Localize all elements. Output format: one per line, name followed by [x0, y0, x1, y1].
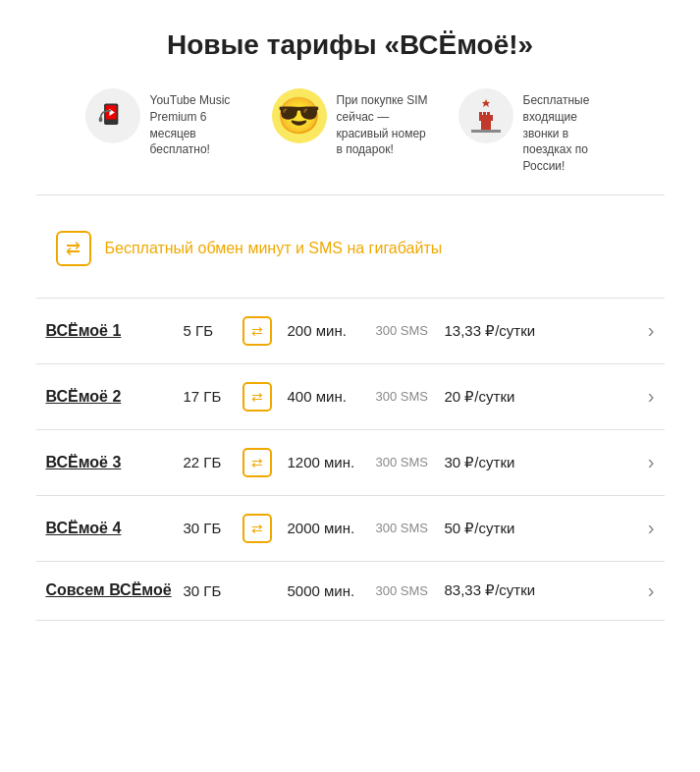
tariff-exchange-icon: ⇄ [242, 316, 272, 346]
tariff-exchange-icon: ⇄ [242, 514, 272, 543]
tariff-gb: 17 ГБ [184, 388, 242, 405]
tariff-name: ВСЁмоё 1 [46, 322, 184, 340]
tariff-arrow-icon: › [648, 319, 655, 342]
tariff-gb: 30 ГБ [184, 520, 242, 536]
tariff-sms: 300 SMS [376, 521, 445, 535]
emoji-icon: 😎 [272, 88, 327, 143]
tariff-gb: 30 ГБ [184, 582, 242, 599]
tariff-row[interactable]: ВСЁмоё 2 17 ГБ ⇄ 400 мин. 300 SMS 20 ₽/с… [36, 364, 665, 430]
tariff-sms: 300 SMS [376, 323, 445, 338]
tariff-sms: 300 SMS [376, 583, 445, 598]
tariff-name: Совсем ВСЁмоё [46, 581, 184, 599]
svg-rect-9 [483, 112, 486, 116]
svg-rect-13 [471, 130, 501, 133]
tariff-sms: 300 SMS [376, 389, 445, 404]
tariff-price: 30 ₽/сутки [445, 454, 553, 471]
tariff-arrow-icon: › [648, 579, 655, 602]
tariff-gb: 22 ГБ [184, 454, 242, 470]
tariff-price: 83,33 ₽/сутки [445, 581, 553, 599]
feature-calls: Бесплатные входящие звонки в поездках по… [458, 88, 616, 175]
tariff-name: ВСЁмоё 4 [46, 520, 184, 537]
tariff-name: ВСЁмоё 3 [46, 454, 184, 471]
tariff-row[interactable]: Совсем ВСЁмоё 30 ГБ 5000 мин. 300 SMS 83… [36, 562, 665, 621]
tariff-row[interactable]: ВСЁмоё 1 5 ГБ ⇄ 200 мин. 300 SMS 13,33 ₽… [36, 299, 665, 364]
feature-sim-text: При покупке SIM сейчас — красивый номер … [337, 88, 429, 158]
feature-youtube-text: YouTube Music Premium 6 месяцев бесплатн… [150, 88, 242, 158]
tariff-exchange-icon: ⇄ [242, 448, 272, 477]
tariff-gb: 5 ГБ [184, 322, 242, 339]
youtube-icon [85, 88, 140, 143]
tariff-mins: 1200 мин. [288, 454, 376, 470]
main-container: Новые тарифы «ВСЁмоё!» YouTube Music Pre… [17, 0, 684, 650]
tariff-mins: 5000 мин. [288, 582, 376, 599]
tariff-price: 20 ₽/сутки [445, 388, 553, 406]
tariff-mins: 2000 мин. [288, 520, 376, 536]
features-row: YouTube Music Premium 6 месяцев бесплатн… [36, 88, 665, 195]
exchange-icon: ⇄ [56, 231, 91, 266]
tariff-name: ВСЁмоё 2 [46, 388, 184, 406]
tariffs-list: ВСЁмоё 1 5 ГБ ⇄ 200 мин. 300 SMS 13,33 ₽… [36, 298, 665, 621]
kremlin-icon [458, 88, 513, 143]
feature-sim: 😎 При покупке SIM сейчас — красивый номе… [272, 88, 429, 158]
tariff-mins: 200 мин. [288, 322, 376, 339]
page-title: Новые тарифы «ВСЁмоё!» [36, 29, 665, 61]
tariff-arrow-icon: › [648, 385, 655, 408]
svg-rect-4 [98, 117, 102, 122]
tariff-exchange-icon: ⇄ [242, 382, 272, 412]
svg-rect-8 [479, 112, 482, 116]
tariff-price: 50 ₽/сутки [445, 520, 553, 537]
tariff-row[interactable]: ВСЁмоё 4 30 ГБ ⇄ 2000 мин. 300 SMS 50 ₽/… [36, 496, 665, 562]
tariff-mins: 400 мин. [288, 388, 376, 405]
exchange-text: Бесплатный обмен минут и SMS на гигабайт… [105, 240, 443, 257]
tariff-price: 13,33 ₽/сутки [445, 322, 553, 340]
tariff-sms: 300 SMS [376, 455, 445, 469]
feature-youtube: YouTube Music Premium 6 месяцев бесплатн… [85, 88, 242, 158]
feature-calls-text: Бесплатные входящие звонки в поездках по… [523, 88, 616, 175]
svg-rect-10 [487, 112, 490, 116]
tariff-arrow-icon: › [648, 517, 655, 539]
tariff-arrow-icon: › [648, 451, 655, 473]
tariff-row[interactable]: ВСЁмоё 3 22 ГБ ⇄ 1200 мин. 300 SMS 30 ₽/… [36, 430, 665, 496]
exchange-banner: ⇄ Бесплатный обмен минут и SMS на гигаба… [36, 219, 665, 278]
